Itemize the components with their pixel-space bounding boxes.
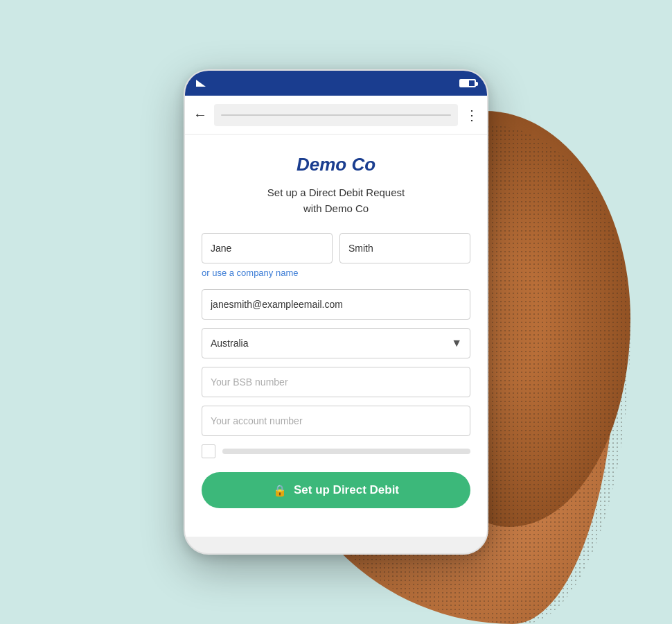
battery-fill bbox=[461, 80, 469, 86]
country-select[interactable]: Australia New Zealand United Kingdom Uni… bbox=[202, 328, 470, 358]
bsb-input[interactable] bbox=[202, 367, 470, 397]
checkbox-label bbox=[222, 449, 470, 454]
browser-bar: ← ⋮ bbox=[185, 96, 487, 135]
lock-icon: 🔒 bbox=[273, 484, 287, 497]
page-subtitle: Set up a Direct Debit Request with Demo … bbox=[202, 185, 470, 216]
email-group bbox=[202, 289, 470, 320]
company-name: Demo Co bbox=[202, 154, 470, 175]
subtitle-line2: with Demo Co bbox=[303, 202, 369, 214]
battery-icon bbox=[459, 79, 476, 87]
menu-button[interactable]: ⋮ bbox=[465, 107, 479, 123]
first-name-input[interactable] bbox=[202, 233, 333, 263]
country-group: Australia New Zealand United Kingdom Uni… bbox=[202, 328, 470, 358]
submit-button[interactable]: 🔒 Set up Direct Debit bbox=[202, 472, 470, 508]
status-bar bbox=[185, 71, 487, 96]
last-name-input[interactable] bbox=[339, 233, 470, 263]
subtitle-line1: Set up a Direct Debit Request bbox=[267, 187, 405, 198]
country-select-wrapper: Australia New Zealand United Kingdom Uni… bbox=[202, 328, 470, 358]
submit-label: Set up Direct Debit bbox=[294, 483, 399, 497]
phone-mockup: ← ⋮ Demo Co Set up a Direct Debit Reques… bbox=[184, 69, 488, 555]
account-number-input[interactable] bbox=[202, 406, 470, 436]
form-content: Demo Co Set up a Direct Debit Request wi… bbox=[185, 135, 487, 537]
company-name-link[interactable]: or use a company name bbox=[202, 268, 298, 278]
checkbox-row bbox=[202, 444, 470, 458]
signal-icon bbox=[196, 80, 206, 87]
url-bar[interactable] bbox=[214, 104, 458, 126]
phone-frame: ← ⋮ Demo Co Set up a Direct Debit Reques… bbox=[184, 69, 488, 555]
name-row bbox=[202, 233, 470, 263]
account-group bbox=[202, 406, 470, 436]
signal-indicator bbox=[196, 80, 206, 87]
url-bar-line bbox=[221, 114, 451, 116]
back-button[interactable]: ← bbox=[193, 107, 207, 123]
terms-checkbox[interactable] bbox=[202, 444, 215, 458]
email-input[interactable] bbox=[202, 289, 470, 320]
bsb-group bbox=[202, 367, 470, 397]
